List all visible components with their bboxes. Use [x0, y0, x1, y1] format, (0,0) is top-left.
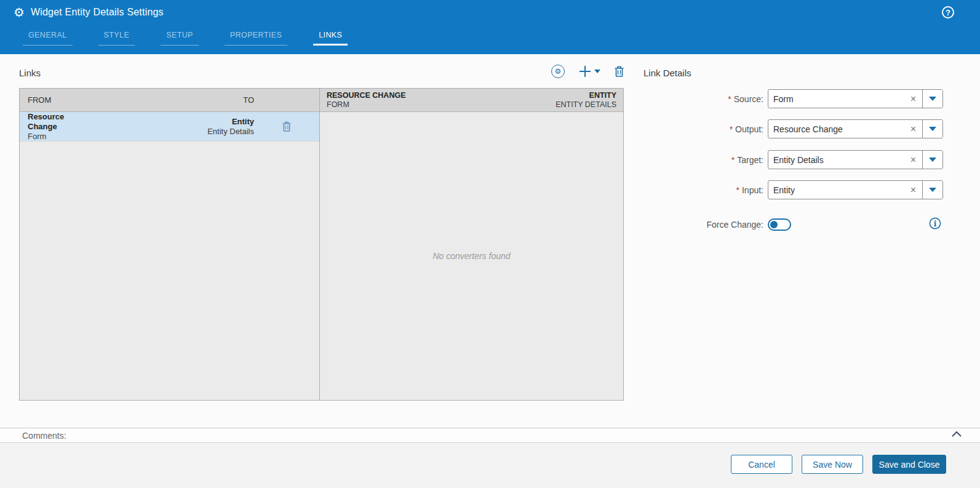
converter-to-widget: ENTITY DETAILS: [556, 100, 616, 110]
add-link-button[interactable]: [579, 65, 600, 78]
link-to-widget: Entity Details: [88, 127, 254, 137]
links-section-title: Links: [19, 68, 41, 78]
collapse-comments-button[interactable]: [951, 431, 962, 438]
link-from-output: Resource Change: [28, 112, 88, 132]
source-field-row: *Source: Form ×: [643, 89, 947, 108]
dialog-header: ⚙ Widget Entity Details Settings ? GENER…: [0, 0, 980, 54]
target-value[interactable]: Entity Details: [773, 155, 909, 165]
links-toolbar: ⚙: [551, 63, 624, 80]
settings-gear-icon: ⚙: [14, 6, 25, 18]
plus-icon: [579, 65, 591, 78]
links-workspace: FROM TO Resource Change Form Entity Enti…: [19, 88, 624, 401]
link-to-input: Entity: [88, 117, 254, 127]
target-label: Target:: [737, 155, 763, 165]
links-table-header: FROM TO: [20, 89, 319, 112]
column-header-from: FROM: [20, 95, 88, 105]
dialog-footer: Cancel Save Now Save and Close: [0, 444, 980, 488]
auto-converter-icon[interactable]: ⚙: [551, 65, 565, 78]
save-now-button[interactable]: Save Now: [802, 455, 863, 474]
input-field-row: *Input: Entity ×: [643, 180, 947, 199]
input-combobox[interactable]: Entity ×: [768, 180, 943, 199]
force-change-label: Force Change:: [706, 220, 763, 230]
table-row[interactable]: Resource Change Form Entity Entity Detai…: [20, 112, 319, 142]
chevron-down-icon: [929, 127, 936, 131]
converters-header: RESOURCE CHANGE FORM ENTITY ENTITY DETAI…: [320, 89, 623, 112]
output-clear-icon[interactable]: ×: [909, 124, 917, 135]
tab-properties[interactable]: PROPERTIES: [225, 28, 287, 46]
link-from-widget: Form: [28, 132, 88, 142]
link-details-title: Link Details: [643, 68, 947, 78]
delete-link-button[interactable]: [615, 66, 624, 77]
converters-panel: RESOURCE CHANGE FORM ENTITY ENTITY DETAI…: [320, 89, 623, 400]
output-label: Output:: [735, 124, 763, 134]
required-marker: *: [736, 185, 739, 195]
comments-label: Comments:: [22, 431, 66, 441]
output-value[interactable]: Resource Change: [773, 124, 909, 134]
row-delete-trash-icon[interactable]: [282, 121, 291, 132]
tab-style[interactable]: STYLE: [98, 28, 135, 46]
chevron-down-icon: [929, 188, 936, 192]
link-details-panel: Link Details *Source: Form × *Output: Re…: [643, 68, 947, 78]
column-header-to: TO: [88, 95, 254, 105]
required-marker: *: [731, 155, 735, 165]
converter-to-input: ENTITY: [556, 91, 616, 100]
chevron-down-icon: [929, 97, 936, 101]
tab-bar: GENERAL STYLE SETUP PROPERTIES LINKS: [23, 28, 348, 46]
required-marker: *: [728, 94, 731, 104]
chevron-up-icon: [951, 431, 962, 438]
links-table: FROM TO Resource Change Form Entity Enti…: [20, 89, 320, 400]
converter-from-output: RESOURCE CHANGE: [327, 91, 406, 100]
comments-bar: Comments:: [0, 428, 980, 443]
cancel-button[interactable]: Cancel: [731, 455, 792, 474]
target-dropdown-button[interactable]: [922, 151, 942, 169]
source-dropdown-button[interactable]: [922, 90, 942, 108]
output-combobox[interactable]: Resource Change ×: [768, 119, 943, 138]
save-and-close-button[interactable]: Save and Close: [872, 455, 946, 474]
info-icon[interactable]: i: [929, 217, 941, 230]
chevron-down-icon: [929, 158, 936, 162]
converter-from-widget: FORM: [327, 100, 406, 110]
source-value[interactable]: Form: [773, 94, 909, 104]
force-change-row: Force Change: i: [643, 215, 947, 234]
target-field-row: *Target: Entity Details ×: [643, 150, 947, 169]
add-link-dropdown-caret-icon[interactable]: [594, 70, 600, 73]
target-combobox[interactable]: Entity Details ×: [768, 150, 943, 169]
source-clear-icon[interactable]: ×: [909, 94, 917, 105]
tab-links[interactable]: LINKS: [313, 28, 348, 46]
svg-text:i: i: [934, 220, 937, 228]
required-marker: *: [730, 124, 733, 134]
input-clear-icon[interactable]: ×: [909, 185, 917, 196]
trash-icon: [615, 66, 624, 77]
output-field-row: *Output: Resource Change ×: [643, 119, 947, 138]
help-icon[interactable]: ?: [942, 6, 954, 18]
source-label: Source:: [734, 94, 763, 104]
input-value[interactable]: Entity: [773, 185, 909, 195]
output-dropdown-button[interactable]: [922, 120, 942, 138]
tab-general[interactable]: GENERAL: [23, 28, 73, 46]
tab-setup[interactable]: SETUP: [161, 28, 199, 46]
force-change-toggle[interactable]: [768, 218, 791, 231]
target-clear-icon[interactable]: ×: [909, 154, 917, 166]
input-label: Input:: [742, 185, 763, 195]
dialog-title: Widget Entity Details Settings: [31, 7, 164, 18]
input-dropdown-button[interactable]: [922, 181, 942, 199]
source-combobox[interactable]: Form ×: [768, 89, 943, 108]
no-converters-message: No converters found: [432, 251, 510, 261]
